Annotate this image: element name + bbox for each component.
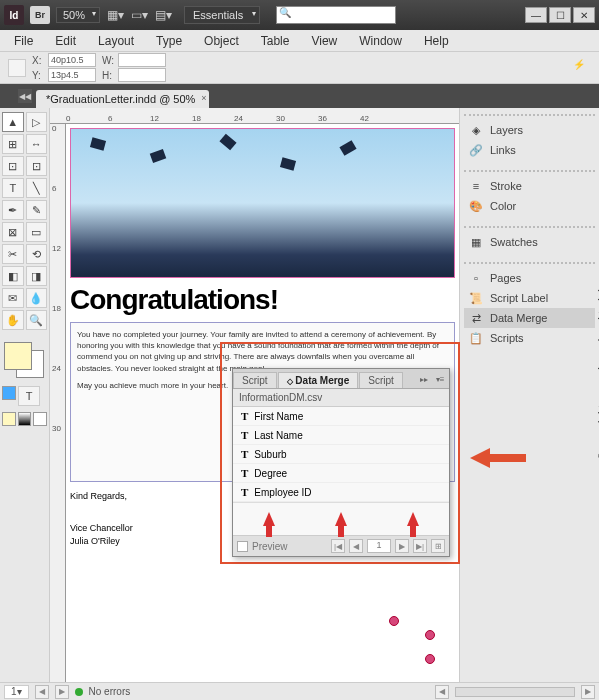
menu-object[interactable]: Object — [194, 32, 249, 50]
last-record-icon[interactable]: ▶| — [413, 539, 427, 553]
zoom-select[interactable]: 50% — [56, 7, 100, 23]
page-select[interactable]: 1 ▾ — [4, 685, 29, 699]
tutorial-arrows — [233, 502, 449, 536]
scroll-left-icon[interactable]: ◀ — [435, 685, 449, 699]
bridge-icon[interactable]: Br — [30, 6, 50, 24]
menu-window[interactable]: Window — [349, 32, 412, 50]
arrange-docs-icon[interactable]: ▤▾ — [154, 6, 172, 24]
view-options-icon[interactable]: ▦▾ — [106, 6, 124, 24]
anchor-point[interactable] — [425, 654, 435, 664]
dock-scripts[interactable]: 📋Scripts — [464, 328, 595, 348]
panel-tab-data-merge[interactable]: ◇ Data Merge — [278, 372, 359, 388]
rectangle-tool[interactable]: ▭ — [26, 222, 48, 242]
scissors-tool[interactable]: ✂ — [2, 244, 24, 264]
search-input[interactable] — [276, 6, 396, 24]
direct-selection-tool[interactable]: ▷ — [26, 112, 48, 132]
tutorial-arrow — [470, 448, 490, 468]
field-last-name[interactable]: TLast Name — [233, 426, 449, 445]
field-first-name[interactable]: TFirst Name — [233, 407, 449, 426]
type-tool[interactable]: T — [2, 178, 24, 198]
minimize-button[interactable]: — — [525, 7, 547, 23]
collapse-panels-icon[interactable]: ◀◀ — [18, 89, 32, 103]
panel-tab-script[interactable]: Script — [233, 372, 277, 388]
menu-view[interactable]: View — [301, 32, 347, 50]
menu-layout[interactable]: Layout — [88, 32, 144, 50]
content-collector-tool[interactable]: ⊡ — [2, 156, 24, 176]
note-tool[interactable]: ✉ — [2, 288, 24, 308]
create-merged-icon[interactable]: ⊞ — [431, 539, 445, 553]
maximize-button[interactable]: ☐ — [549, 7, 571, 23]
x-field[interactable]: 40p10.5 — [48, 53, 96, 67]
first-record-icon[interactable]: |◀ — [331, 539, 345, 553]
menu-file[interactable]: File — [4, 32, 43, 50]
pencil-tool[interactable]: ✎ — [26, 200, 48, 220]
layers-icon: ◈ — [468, 123, 484, 137]
w-label: W: — [102, 55, 116, 66]
menu-edit[interactable]: Edit — [45, 32, 86, 50]
container-format-icon[interactable] — [2, 386, 16, 400]
apply-color-icon[interactable] — [2, 412, 16, 426]
pen-tool[interactable]: ✒ — [2, 200, 24, 220]
data-merge-panel[interactable]: Script ◇ Data Merge Script ▸▸ ▾≡ Informa… — [232, 368, 450, 557]
dock-script-label[interactable]: 📜Script Label — [464, 288, 595, 308]
lightning-icon[interactable]: ⚡ — [573, 59, 591, 77]
apply-gradient-icon[interactable] — [18, 412, 32, 426]
close-button[interactable]: ✕ — [573, 7, 595, 23]
dock-data-merge[interactable]: ⇄Data Merge — [464, 308, 595, 328]
gradient-feather-tool[interactable]: ◨ — [26, 266, 48, 286]
field-employee-id[interactable]: TEmployee ID — [233, 483, 449, 502]
h-field[interactable] — [118, 68, 166, 82]
apply-none-icon[interactable] — [33, 412, 47, 426]
page-tool[interactable]: ⊞ — [2, 134, 24, 154]
reference-point-icon[interactable] — [8, 59, 26, 77]
scroll-right-icon[interactable]: ▶ — [581, 685, 595, 699]
dock-layers[interactable]: ◈Layers — [464, 120, 595, 140]
panel-menu-icon[interactable]: ▾≡ — [433, 372, 447, 386]
menu-help[interactable]: Help — [414, 32, 459, 50]
h-scrollbar[interactable] — [455, 687, 575, 697]
w-field[interactable] — [118, 53, 166, 67]
record-number-field[interactable]: 1 — [367, 539, 391, 553]
workspace-select[interactable]: Essentials — [184, 6, 260, 24]
gradient-swatch-tool[interactable]: ◧ — [2, 266, 24, 286]
selection-tool[interactable]: ▲ — [2, 112, 24, 132]
y-field[interactable]: 13p4.5 — [48, 68, 96, 82]
dock-stroke[interactable]: ≡Stroke — [464, 176, 595, 196]
scripts-icon: 📋 — [468, 331, 484, 345]
dock-links[interactable]: 🔗Links — [464, 140, 595, 160]
headline-text[interactable]: Congratulations! — [66, 278, 459, 318]
panel-collapse-icon[interactable]: ▸▸ — [417, 372, 431, 386]
dock-swatches[interactable]: ▦Swatches — [464, 232, 595, 252]
fill-stroke-swatch[interactable] — [2, 340, 46, 380]
field-degree[interactable]: TDegree — [233, 464, 449, 483]
text-format-icon[interactable]: T — [18, 386, 40, 406]
menu-type[interactable]: Type — [146, 32, 192, 50]
dock-pages[interactable]: ▫Pages — [464, 268, 595, 288]
field-suburb[interactable]: TSuburb — [233, 445, 449, 464]
dock-color[interactable]: 🎨Color — [464, 196, 595, 216]
screen-mode-icon[interactable]: ▭▾ — [130, 6, 148, 24]
menu-table[interactable]: Table — [251, 32, 300, 50]
hand-tool[interactable]: ✋ — [2, 310, 24, 330]
line-tool[interactable]: ╲ — [26, 178, 48, 198]
preview-checkbox[interactable] — [237, 541, 248, 552]
document-tab[interactable]: *GraduationLetter.indd @ 50% × — [36, 90, 209, 108]
text-field-icon: T — [241, 429, 248, 441]
app-titlebar: Id Br 50% ▦▾ ▭▾ ▤▾ Essentials — ☐ ✕ — [0, 0, 599, 30]
eyedropper-tool[interactable]: 💧 — [26, 288, 48, 308]
anchor-point[interactable] — [425, 630, 435, 640]
prev-spread-icon[interactable]: ◀ — [35, 685, 49, 699]
zoom-tool[interactable]: 🔍 — [26, 310, 48, 330]
graduation-photo[interactable] — [70, 128, 455, 278]
rectangle-frame-tool[interactable]: ⊠ — [2, 222, 24, 242]
next-record-icon[interactable]: ▶ — [395, 539, 409, 553]
close-tab-icon[interactable]: × — [201, 93, 206, 103]
next-spread-icon[interactable]: ▶ — [55, 685, 69, 699]
stroke-icon: ≡ — [468, 179, 484, 193]
free-transform-tool[interactable]: ⟲ — [26, 244, 48, 264]
panel-tab-script2[interactable]: Script — [359, 372, 403, 388]
gap-tool[interactable]: ↔ — [26, 134, 48, 154]
anchor-point[interactable] — [389, 616, 399, 626]
prev-record-icon[interactable]: ◀ — [349, 539, 363, 553]
content-placer-tool[interactable]: ⊡ — [26, 156, 48, 176]
